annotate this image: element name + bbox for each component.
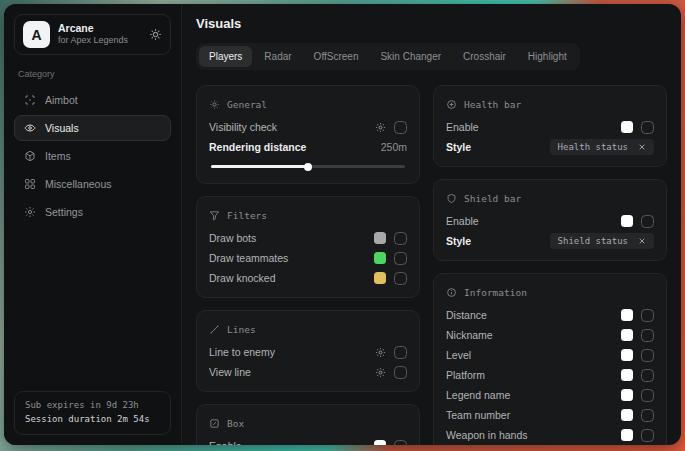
category-label: Category: [18, 69, 167, 79]
checkbox[interactable]: [641, 349, 654, 362]
panel-title: Health bar: [464, 99, 521, 110]
setting-row-nickname: Nickname: [446, 325, 654, 345]
sun-icon: [209, 99, 220, 110]
checkbox[interactable]: [394, 346, 407, 359]
setting-row-rendering-distance: Rendering distance 250m: [209, 137, 407, 157]
sidebar-item-settings[interactable]: Settings: [14, 199, 171, 225]
tab-offscreen[interactable]: OffScreen: [304, 46, 369, 67]
setting-label: Nickname: [446, 329, 493, 341]
gear-icon: [24, 206, 36, 218]
color-swatch[interactable]: [621, 349, 633, 361]
setting-label: Enable: [446, 215, 479, 227]
tab-crosshair[interactable]: Crosshair: [453, 46, 516, 67]
sidebar-item-label: Aimbot: [45, 94, 78, 106]
box-icon: [209, 418, 220, 429]
brand-gear-icon[interactable]: [149, 28, 162, 41]
sidebar-item-miscellaneous[interactable]: Miscellaneous: [14, 171, 171, 197]
diagonal-line-icon: [209, 324, 220, 335]
tag-label: Health status: [558, 142, 628, 152]
color-swatch[interactable]: [621, 369, 633, 381]
checkbox[interactable]: [394, 272, 407, 285]
setting-label: Team number: [446, 409, 510, 421]
setting-label: Enable: [209, 440, 242, 445]
checkbox[interactable]: [641, 215, 654, 228]
setting-row-shield-style: Style Shield status: [446, 231, 654, 251]
setting-label: Weapon in hands: [446, 429, 528, 441]
checkbox[interactable]: [641, 329, 654, 342]
sidebar-item-label: Settings: [45, 206, 83, 218]
color-swatch[interactable]: [621, 429, 633, 441]
setting-label: Draw teammates: [209, 252, 288, 264]
sidebar-item-items[interactable]: Items: [14, 143, 171, 169]
sidebar-item-visuals[interactable]: Visuals: [14, 115, 171, 141]
style-select-tag[interactable]: Health status: [550, 139, 654, 155]
setting-label: Level: [446, 349, 471, 361]
health-icon: [446, 99, 457, 110]
app-subtitle: for Apex Legends: [58, 35, 141, 46]
checkbox[interactable]: [641, 429, 654, 442]
tab-skin-changer[interactable]: Skin Changer: [370, 46, 451, 67]
info-icon: [446, 287, 457, 298]
sub-expires-text: Sub expires in 9d 23h: [25, 399, 160, 413]
app-window: A Arcane for Apex Legends Category Aimbo…: [4, 4, 681, 445]
close-icon[interactable]: [638, 237, 646, 245]
setting-row-platform: Platform: [446, 365, 654, 385]
color-swatch[interactable]: [621, 329, 633, 341]
checkbox[interactable]: [394, 121, 407, 134]
tab-radar[interactable]: Radar: [254, 46, 301, 67]
setting-row-visibility-check: Visibility check: [209, 117, 407, 137]
setting-row-draw-teammates: Draw teammates: [209, 248, 407, 268]
tab-players[interactable]: Players: [199, 46, 252, 67]
setting-label: Draw knocked: [209, 272, 276, 284]
slider-thumb[interactable]: [304, 163, 312, 171]
checkbox[interactable]: [394, 440, 407, 446]
color-swatch[interactable]: [374, 232, 386, 244]
checkbox[interactable]: [394, 366, 407, 379]
panel-general: General Visibility check Rendering dista…: [196, 85, 420, 184]
setting-row-level: Level: [446, 345, 654, 365]
color-swatch[interactable]: [374, 252, 386, 264]
eye-icon: [24, 122, 36, 134]
panel-title: Lines: [227, 324, 256, 335]
color-swatch[interactable]: [621, 215, 633, 227]
setting-label: Style: [446, 235, 471, 247]
checkbox[interactable]: [641, 121, 654, 134]
checkbox[interactable]: [641, 389, 654, 402]
checkbox[interactable]: [394, 232, 407, 245]
gear-icon[interactable]: [375, 122, 386, 133]
checkbox[interactable]: [641, 369, 654, 382]
checkbox[interactable]: [641, 309, 654, 322]
setting-label: Line to enemy: [209, 346, 275, 358]
checkbox[interactable]: [394, 252, 407, 265]
style-select-tag[interactable]: Shield status: [550, 233, 654, 249]
session-duration-text: Session duration 2m 54s: [25, 413, 160, 427]
setting-label: Rendering distance: [209, 141, 306, 153]
panel-health-bar: Health bar Enable Style Health status: [433, 85, 667, 167]
color-swatch[interactable]: [621, 409, 633, 421]
rendering-distance-slider[interactable]: [211, 165, 405, 168]
close-icon[interactable]: [638, 143, 646, 151]
color-swatch[interactable]: [621, 121, 633, 133]
setting-row-line-to-enemy: Line to enemy: [209, 342, 407, 362]
setting-row-health-style: Style Health status: [446, 137, 654, 157]
brand-card: A Arcane for Apex Legends: [14, 14, 171, 55]
setting-row-team-number: Team number: [446, 405, 654, 425]
setting-row-box-enable: Enable: [209, 436, 407, 445]
color-swatch[interactable]: [374, 272, 386, 284]
color-swatch[interactable]: [374, 440, 386, 445]
setting-row-draw-knocked: Draw knocked: [209, 268, 407, 288]
panel-title: Information: [464, 287, 527, 298]
grid-icon: [24, 178, 36, 190]
crosshair-icon: [24, 94, 36, 106]
sidebar: A Arcane for Apex Legends Category Aimbo…: [4, 4, 182, 445]
sidebar-item-aimbot[interactable]: Aimbot: [14, 87, 171, 113]
gear-icon[interactable]: [375, 347, 386, 358]
setting-row-health-enable: Enable: [446, 117, 654, 137]
color-swatch[interactable]: [621, 389, 633, 401]
tab-highlight[interactable]: Highlight: [518, 46, 577, 67]
slider-value: 250m: [381, 141, 407, 153]
checkbox[interactable]: [641, 409, 654, 422]
color-swatch[interactable]: [621, 309, 633, 321]
panel-title: Filters: [227, 210, 267, 221]
gear-icon[interactable]: [375, 367, 386, 378]
